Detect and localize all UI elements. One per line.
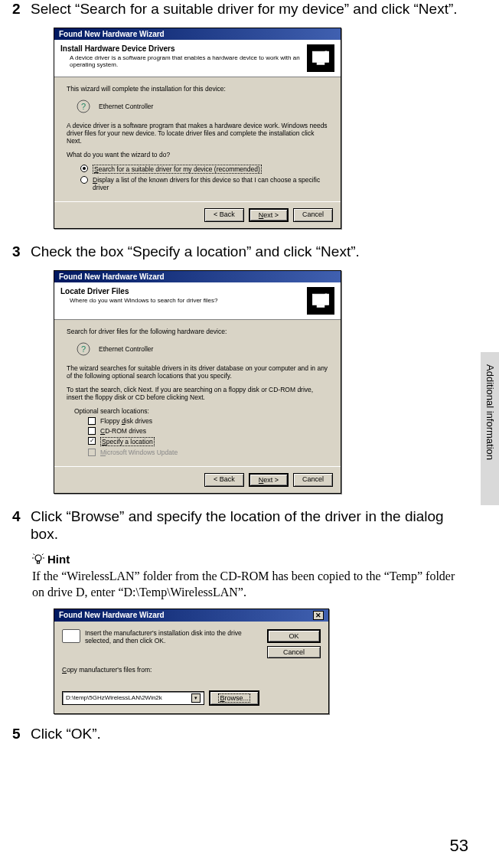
- checkbox-icon: ✓: [88, 437, 96, 445]
- step-2: 2 Select “Search for a suitable driver f…: [12, 0, 468, 18]
- step-5: 5 Click “OK”.: [12, 725, 468, 743]
- close-icon[interactable]: ✕: [313, 611, 324, 620]
- checkbox-icon: [88, 449, 96, 456]
- radio-search-driver[interactable]: Search for a suitable driver for my devi…: [80, 165, 328, 174]
- wizard1-device: Ethernet Controller: [99, 103, 153, 110]
- wizard2-header-sub: Where do you want Windows to search for …: [60, 297, 307, 304]
- wizard2-buttons: < Back Next > Cancel: [54, 466, 341, 493]
- step-num-5: 5: [12, 725, 23, 743]
- svg-rect-1: [317, 62, 325, 65]
- wizard3-msg: Insert the manufacturer's installation d…: [85, 629, 259, 644]
- checkbox-icon: [88, 427, 96, 435]
- wizard1-line1: This wizard will complete the installati…: [67, 85, 328, 93]
- svg-line-14: [34, 553, 35, 555]
- svg-point-2: [324, 51, 328, 54]
- step-3: 3 Check the box “Specify a location” and…: [12, 243, 468, 261]
- wizard1-titlebar: Found New Hardware Wizard: [54, 28, 341, 40]
- ok-button[interactable]: OK: [267, 629, 321, 643]
- back-button[interactable]: < Back: [204, 208, 244, 222]
- step-text-4: Click “Browse” and specify the location …: [31, 507, 468, 544]
- step-num-2: 2: [12, 0, 23, 18]
- step-text-3: Check the box “Specify a location” and c…: [31, 243, 468, 261]
- wizard1-buttons: < Back Next > Cancel: [54, 201, 341, 228]
- wizard1-para2: A device driver is a software program th…: [67, 122, 328, 145]
- path-value: D:\temp\5GHzWirelessLAN\2Win2k: [66, 694, 162, 701]
- svg-text:?: ?: [81, 102, 86, 111]
- hint-row: Hint: [32, 553, 468, 566]
- wizard-browse-dialog: Found New Hardware Wizard ✕ Insert the m…: [54, 609, 329, 714]
- wizard2-header-title: Locate Driver Files: [60, 287, 307, 295]
- wizard2-line1: Search for driver files for the followin…: [67, 328, 328, 335]
- check-specify-location[interactable]: ✓ Specify a location: [88, 437, 328, 446]
- wizard1-header-sub: A device driver is a software program th…: [60, 54, 307, 68]
- svg-text:?: ?: [81, 344, 86, 354]
- radio-icon: [80, 165, 88, 172]
- back-button[interactable]: < Back: [204, 473, 244, 487]
- wizard3-titlebar: Found New Hardware Wizard ✕: [54, 609, 328, 622]
- browse-button[interactable]: Browse...: [209, 690, 259, 706]
- svg-line-15: [42, 553, 44, 555]
- step-text-5: Click “OK”.: [31, 725, 468, 743]
- wizard2-titlebar: Found New Hardware Wizard: [54, 271, 341, 282]
- check-cdrom[interactable]: CD-ROM drives: [88, 427, 328, 435]
- wizard3-title: Found New Hardware Wizard: [59, 611, 165, 619]
- hint-label: Hint: [47, 553, 70, 566]
- question-icon: ?: [76, 99, 91, 114]
- wizard3-copy-label: Copy manufacturer's files from:: [62, 666, 259, 674]
- check-windows-update: Microsoft Windows Update: [88, 449, 328, 456]
- svg-point-10: [35, 555, 41, 561]
- wizard1-header-title: Install Hardware Device Drivers: [60, 44, 307, 53]
- svg-rect-6: [317, 305, 325, 308]
- wizard2-content: Search for driver files for the followin…: [54, 320, 341, 466]
- radio-display-list[interactable]: Display a list of the known drivers for …: [80, 176, 328, 191]
- svg-rect-11: [38, 561, 40, 563]
- wizard-install-drivers: Found New Hardware Wizard Install Hardwa…: [54, 28, 341, 229]
- step-num-4: 4: [12, 507, 23, 544]
- hint-body: If the “WirelessLAN” folder from the CD-…: [32, 569, 468, 601]
- wizard2-para2: The wizard searches for suitable drivers…: [67, 364, 328, 380]
- cancel-button[interactable]: Cancel: [293, 473, 333, 487]
- hardware-icon: [307, 287, 334, 315]
- dropdown-icon[interactable]: ▾: [191, 693, 201, 703]
- check-floppy[interactable]: Floppy disk drives: [88, 417, 328, 425]
- wizard2-header: Locate Driver Files Where do you want Wi…: [54, 282, 341, 320]
- sidebar-label: Additional information: [484, 364, 496, 460]
- hardware-icon: [307, 44, 334, 72]
- wizard2-opt-label: Optional search locations:: [74, 407, 328, 415]
- step-text-2: Select “Search for a suitable driver for…: [31, 0, 468, 18]
- wizard-locate-files: Found New Hardware Wizard Locate Driver …: [54, 270, 341, 494]
- question-icon: ?: [76, 341, 91, 357]
- path-input[interactable]: D:\temp\5GHzWirelessLAN\2Win2k ▾: [62, 691, 204, 705]
- next-button[interactable]: Next >: [249, 208, 289, 222]
- svg-point-7: [324, 293, 328, 297]
- hint-icon: [32, 553, 44, 566]
- wizard1-content: This wizard will complete the installati…: [54, 77, 341, 201]
- wizard2-device: Ethernet Controller: [99, 345, 153, 353]
- wizard1-header: Install Hardware Device Drivers A device…: [54, 40, 341, 77]
- radio-icon: [80, 176, 88, 184]
- cancel-button[interactable]: Cancel: [267, 646, 321, 658]
- wizard1-opt2: isplay a list of the known drivers for t…: [93, 176, 320, 191]
- wizard1-question: What do you want the wizard to do?: [67, 151, 328, 158]
- step-4: 4 Click “Browse” and specify the locatio…: [12, 507, 468, 544]
- cancel-button[interactable]: Cancel: [293, 208, 333, 222]
- page-number: 53: [450, 836, 468, 856]
- disk-icon: [62, 629, 80, 643]
- wizard1-opt1: earch for a suitable driver for my devic…: [99, 165, 260, 173]
- wizard2-para3: To start the search, click Next. If you …: [67, 386, 328, 401]
- step-num-3: 3: [12, 243, 23, 261]
- next-button[interactable]: Next >: [249, 473, 289, 487]
- checkbox-icon: [88, 417, 96, 425]
